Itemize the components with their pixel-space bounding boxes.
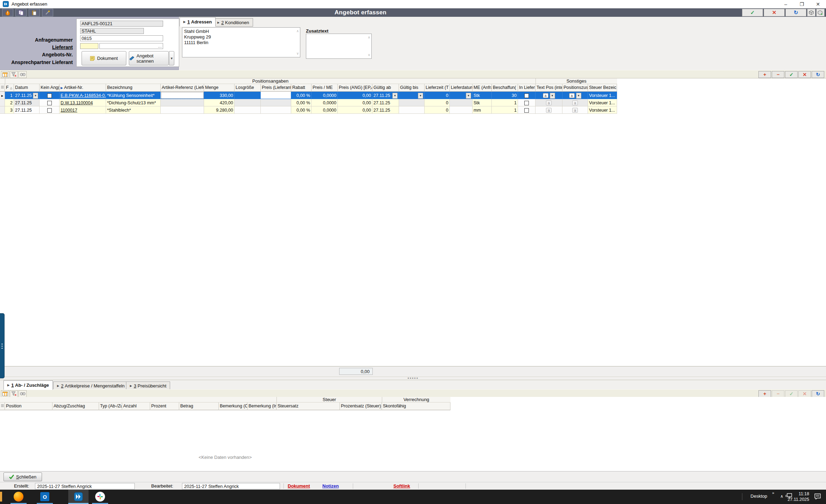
column-header[interactable]: Betrag	[179, 402, 219, 410]
schliessen-button[interactable]: Schließen	[4, 472, 42, 481]
grid-cell[interactable]: 0,0000	[312, 99, 338, 106]
grid-cell[interactable]: 9.280,00	[204, 106, 234, 114]
column-header[interactable]: Menge	[204, 84, 234, 92]
checkbox[interactable]	[47, 108, 52, 113]
column-header[interactable]: Prozentsatz (Steuer)	[340, 402, 382, 410]
ansprechpartner-name-field[interactable]: ...	[99, 43, 163, 49]
grid-cell[interactable]	[161, 106, 204, 114]
zusatztext-textarea[interactable]: ∧ ∨	[306, 34, 372, 59]
grid-cell[interactable]: mm	[472, 106, 492, 114]
grid-cell[interactable]	[261, 99, 291, 106]
grid-cell[interactable]: ▼	[450, 92, 472, 99]
column-header[interactable]: Preis (ANG) [EP,A	[338, 84, 372, 92]
column-header[interactable]: Typ (Ab-/Zus	[99, 402, 122, 410]
grid-cell[interactable]: 0,00 %	[291, 106, 312, 114]
grid-cell[interactable]: a	[562, 99, 588, 106]
table-row[interactable]: 327.11.251100017*Stahlblech*9.280,000,00…	[0, 106, 617, 114]
add-row-button[interactable]: +	[758, 71, 771, 78]
grid-cell[interactable]	[40, 99, 59, 106]
tab-adressen[interactable]: ▶ 1 Adressen	[180, 17, 216, 27]
grid-cell[interactable]: 2	[5, 99, 14, 106]
grid-cell[interactable]: 420,00	[204, 99, 234, 106]
ansprechpartner-code-field[interactable]	[80, 43, 98, 49]
grid-cell[interactable]: 0,00	[338, 99, 372, 106]
pane-splitter[interactable]: ▪▪▪▪▪	[0, 377, 826, 380]
text-document-icon[interactable]: a	[572, 108, 578, 113]
grid-cell[interactable]	[518, 106, 536, 114]
column-header[interactable]: Gültig bis	[399, 84, 425, 92]
grid-cell[interactable]	[0, 106, 5, 114]
column-header[interactable]: Kein Ang(	[40, 84, 59, 92]
confirm-button[interactable]: ✓	[742, 9, 763, 16]
grid-cell[interactable]	[161, 92, 204, 99]
grid-cell[interactable]: Stk	[472, 92, 492, 99]
active-app-tile[interactable]	[68, 490, 89, 504]
grid-cell[interactable]: 27.11.25	[372, 99, 399, 106]
artikel-link[interactable]: 1100017	[61, 108, 77, 113]
grid-cell[interactable]	[518, 92, 536, 99]
column-header[interactable]: Lieferzeit (T	[425, 84, 450, 92]
column-header[interactable]: ▶Artikel-Nr.	[59, 84, 106, 92]
column-header[interactable]: Steuer Bezeic	[588, 84, 617, 92]
checkbox[interactable]	[47, 101, 52, 105]
grid-cell[interactable]: 0,00	[338, 106, 372, 114]
grid-cell[interactable]: E.B.PKW.A-1168534-0...	[59, 92, 106, 99]
scan-options-dropdown[interactable]: ▼	[169, 51, 174, 65]
add-row-button[interactable]: +	[758, 390, 771, 397]
grid-cell[interactable]: 0,00 %	[291, 92, 312, 99]
column-header[interactable]: Skontofähig	[382, 402, 450, 410]
remove-row-button[interactable]: −	[772, 390, 784, 397]
dropdown-icon[interactable]: ▼	[550, 93, 555, 99]
tab-ab-zuschlaege[interactable]: ▶ 1 Ab- / Zuschläge	[4, 380, 53, 390]
softlink-link[interactable]: Softlink	[393, 483, 410, 489]
scroll-up-icon[interactable]: ∧	[296, 28, 299, 34]
accept-row-button[interactable]: ✓	[785, 390, 798, 397]
text-document-icon[interactable]: a	[546, 100, 552, 105]
grid-cell[interactable]: a▼	[562, 92, 588, 99]
grid-cell[interactable]: 0	[425, 106, 450, 114]
column-header[interactable]: Losgröße	[234, 84, 261, 92]
grid-cell[interactable]	[234, 99, 261, 106]
notification-center-icon[interactable]	[814, 493, 821, 501]
checkbox[interactable]	[524, 108, 529, 113]
grid-cell[interactable]: 30	[492, 92, 518, 99]
grid-cell[interactable]: 1100017	[59, 106, 106, 114]
grid-cell[interactable]: 1	[5, 92, 14, 99]
collapsed-side-panel-tab[interactable]	[0, 313, 5, 378]
artikel-link[interactable]: E.B.PKW.A-1168534-0...	[61, 93, 106, 98]
grid-cell[interactable]: 330,00	[204, 92, 234, 99]
restore-icon[interactable]: ❐	[794, 0, 810, 8]
angebots-nr-field[interactable]: 0815	[80, 35, 163, 41]
grid-cell[interactable]	[40, 92, 59, 99]
column-header[interactable]: ME (Anfra(	[472, 84, 492, 92]
column-header[interactable]: Steuersatz	[276, 402, 340, 410]
dropdown-icon[interactable]: ▼	[466, 93, 471, 99]
search-binoculars-icon[interactable]	[19, 71, 27, 78]
outlook-icon[interactable]: O	[40, 491, 50, 502]
grid-cell[interactable]: Vorsteuer 1...	[588, 99, 617, 106]
angebot-scannen-button[interactable]: Angebot scannen	[129, 51, 169, 65]
grid-cell[interactable]: 0,0000	[312, 92, 338, 99]
grid-cell[interactable]: *Kühlung Sensoreinheit*	[106, 92, 161, 99]
grid-cell[interactable]: 3	[5, 106, 14, 114]
search-binoculars-icon[interactable]	[19, 390, 27, 397]
column-header[interactable]: Beschaffun(	[492, 84, 518, 92]
grid-cell[interactable]: ▼	[399, 92, 425, 99]
grid-cell[interactable]: a	[562, 106, 588, 114]
grid-cell[interactable]	[40, 106, 59, 114]
scroll-up-icon[interactable]: ∧	[368, 35, 370, 40]
partial-app-icon[interactable]	[0, 492, 2, 502]
grid-corner-icon[interactable]	[0, 84, 5, 92]
filter-clear-icon[interactable]: x	[10, 390, 18, 397]
reload-grid-button[interactable]: ↻	[812, 71, 824, 78]
minimize-icon[interactable]: –	[778, 0, 794, 8]
grid-cell[interactable]: D.W.13.1100004	[59, 99, 106, 106]
grid-cell[interactable]: 27.11.25	[14, 106, 40, 114]
table-layout-icon[interactable]	[1, 71, 9, 78]
grid-cell[interactable]: a▼	[536, 92, 562, 99]
discard-row-button[interactable]: ✕	[798, 71, 811, 78]
column-header[interactable]: F△	[5, 84, 14, 92]
dropdown-icon[interactable]: ▼	[576, 93, 581, 99]
discard-row-button[interactable]: ✕	[798, 390, 811, 397]
dropdown-icon[interactable]: ▼	[392, 93, 398, 99]
